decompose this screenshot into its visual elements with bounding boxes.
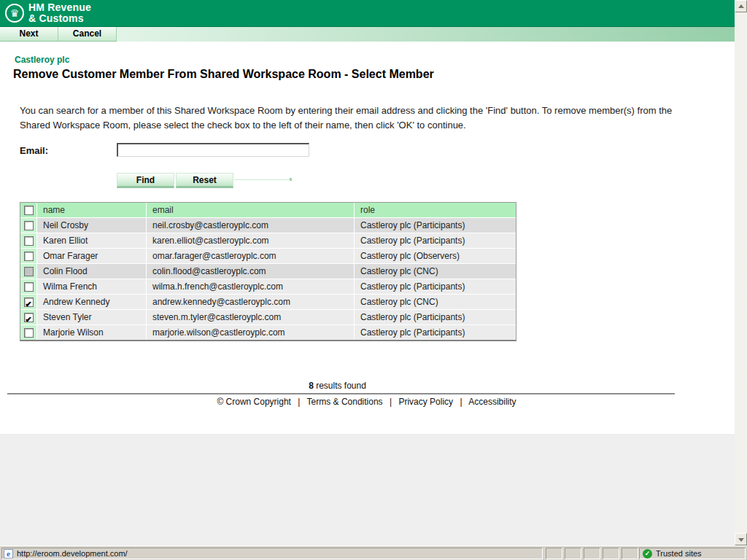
- row-checkbox[interactable]: [24, 328, 34, 338]
- member-name: Marjorie Wilson: [37, 325, 146, 340]
- row-checkbox-cell: [20, 279, 36, 294]
- crown-copyright-text: © Crown Copyright: [217, 397, 291, 407]
- row-checkbox-cell: [20, 264, 36, 279]
- table-row: Andrew Kennedy andrew.kennedy@castleroyp…: [20, 295, 516, 309]
- row-checkbox[interactable]: [24, 236, 34, 246]
- find-button[interactable]: Find: [117, 173, 174, 188]
- toolbar-fill: [117, 27, 735, 42]
- action-toolbar: Next Cancel: [0, 26, 735, 42]
- member-email: karen.elliot@castleroyplc.com: [147, 233, 354, 248]
- row-checkbox[interactable]: [24, 282, 34, 292]
- privacy-policy-link[interactable]: Privacy Policy: [398, 397, 453, 407]
- header-checkbox-cell: [20, 203, 36, 217]
- browser-window: ♛ HM Revenue & Customs Next Cancel Castl…: [0, 0, 747, 560]
- member-name: Wilma French: [37, 279, 146, 294]
- accessibility-link[interactable]: Accessibility: [468, 397, 516, 407]
- reset-button[interactable]: Reset: [176, 173, 233, 188]
- hmrc-logo-text: HM Revenue & Customs: [28, 2, 91, 24]
- security-zone-label: Trusted sites: [656, 549, 702, 558]
- logo-line-1: HM Revenue: [28, 2, 91, 13]
- member-email: wilma.h.french@castleroyplc.com: [147, 279, 354, 294]
- logo-line-2: & Customs: [28, 13, 91, 24]
- page-viewport: ♛ HM Revenue & Customs Next Cancel Castl…: [0, 0, 735, 545]
- member-role: Castleroy plc (Participants): [355, 310, 516, 324]
- row-checkbox-cell: [20, 310, 36, 324]
- arrow-up-icon: [738, 4, 744, 8]
- scroll-up-button[interactable]: [735, 0, 747, 12]
- footer-separator-line: [7, 393, 675, 394]
- select-all-checkbox[interactable]: [24, 206, 34, 215]
- column-header-email: email: [147, 203, 354, 217]
- status-pane-2: [565, 548, 581, 559]
- row-checkbox[interactable]: [24, 221, 34, 230]
- status-url-text: http://eroom.development.com/: [17, 549, 128, 558]
- member-role: Castleroy plc (Participants): [355, 218, 516, 233]
- hmrc-logo: ♛ HM Revenue & Customs: [5, 2, 91, 24]
- email-input[interactable]: [117, 143, 309, 157]
- member-name: Colin Flood: [37, 264, 146, 279]
- results-label: results found: [316, 381, 366, 391]
- member-name: Andrew Kennedy: [37, 295, 146, 309]
- member-email: marjorie.wilson@castleroyplc.com: [147, 325, 354, 340]
- member-email: omar.farager@castleroyplc.com: [147, 249, 354, 263]
- row-checkbox[interactable]: [24, 298, 34, 307]
- table-row: Marjorie Wilson marjorie.wilson@castlero…: [20, 325, 516, 340]
- next-button[interactable]: Next: [0, 27, 58, 42]
- trusted-sites-icon: ✓: [643, 549, 652, 559]
- results-number: 8: [309, 381, 314, 391]
- status-pane-5: [622, 548, 638, 559]
- row-checkbox-cell: [20, 249, 36, 263]
- status-pane-1: [546, 548, 562, 559]
- member-table: name email role Neil Crosby neil.crosby@…: [20, 202, 516, 341]
- member-role: Castleroy plc (Participants): [355, 233, 516, 248]
- status-pane-4: [603, 548, 619, 559]
- member-name: Karen Elliot: [37, 233, 146, 248]
- status-pane-3: [584, 548, 600, 559]
- table-row: Karen Elliot karen.elliot@castleroyplc.c…: [20, 233, 516, 248]
- email-label: Email:: [20, 145, 48, 156]
- divider-line: [234, 179, 291, 180]
- table-row: Colin Flood colin.flood@castleroyplc.com…: [20, 264, 516, 279]
- table-body: Neil Crosby neil.crosby@castleroyplc.com…: [20, 218, 516, 340]
- scroll-down-button[interactable]: [735, 533, 747, 545]
- member-email: neil.crosby@castleroyplc.com: [147, 218, 354, 233]
- member-role: Castleroy plc (CNC): [355, 264, 516, 279]
- member-email: steven.m.tyler@castleroyplc.com: [147, 310, 354, 324]
- divider-tick: [290, 178, 292, 181]
- member-email: andrew.kennedy@castleroyplc.com: [147, 295, 354, 309]
- row-checkbox-cell: [20, 325, 36, 340]
- footer-links: © Crown Copyright | Terms & Conditions |…: [0, 397, 733, 407]
- breadcrumb: Castleroy plc: [15, 55, 69, 65]
- column-header-role: role: [355, 203, 516, 217]
- table-row: Wilma French wilma.h.french@castleroyplc…: [20, 279, 516, 294]
- table-header-row: name email role: [20, 203, 516, 217]
- terms-conditions-link[interactable]: Terms & Conditions: [307, 397, 383, 407]
- table-row: Steven Tyler steven.m.tyler@castleroyplc…: [20, 310, 516, 324]
- crown-icon: ♛: [5, 4, 24, 23]
- row-checkbox[interactable]: [24, 252, 34, 261]
- row-checkbox: [24, 267, 34, 276]
- results-count: 8 results found: [0, 381, 675, 391]
- member-name: Neil Crosby: [37, 218, 146, 233]
- hmrc-header: ♛ HM Revenue & Customs: [0, 0, 735, 26]
- ie-page-icon: e: [4, 549, 13, 559]
- arrow-down-icon: [738, 538, 744, 542]
- page-title: Remove Customer Member From Shared Works…: [13, 68, 434, 81]
- row-checkbox[interactable]: [24, 313, 34, 322]
- row-checkbox-cell: [20, 218, 36, 233]
- column-header-name: name: [37, 203, 146, 217]
- table-row: Omar Farager omar.farager@castleroyplc.c…: [20, 249, 516, 263]
- table-row: Neil Crosby neil.crosby@castleroyplc.com…: [20, 218, 516, 233]
- member-role: Castleroy plc (Participants): [355, 325, 516, 340]
- instructions-text: You can search for a member of this Shar…: [20, 104, 698, 133]
- security-zone-pane: ✓ Trusted sites: [639, 548, 746, 559]
- member-role: Castleroy plc (Participants): [355, 279, 516, 294]
- vertical-scrollbar[interactable]: [735, 0, 747, 545]
- member-email: colin.flood@castleroyplc.com: [147, 264, 354, 279]
- member-name: Omar Farager: [37, 249, 146, 263]
- row-checkbox-cell: [20, 233, 36, 248]
- member-role: Castleroy plc (Observers): [355, 249, 516, 263]
- member-role: Castleroy plc (CNC): [355, 295, 516, 309]
- status-bar: e http://eroom.development.com/ ✓ Truste…: [0, 545, 747, 560]
- cancel-button[interactable]: Cancel: [58, 27, 117, 42]
